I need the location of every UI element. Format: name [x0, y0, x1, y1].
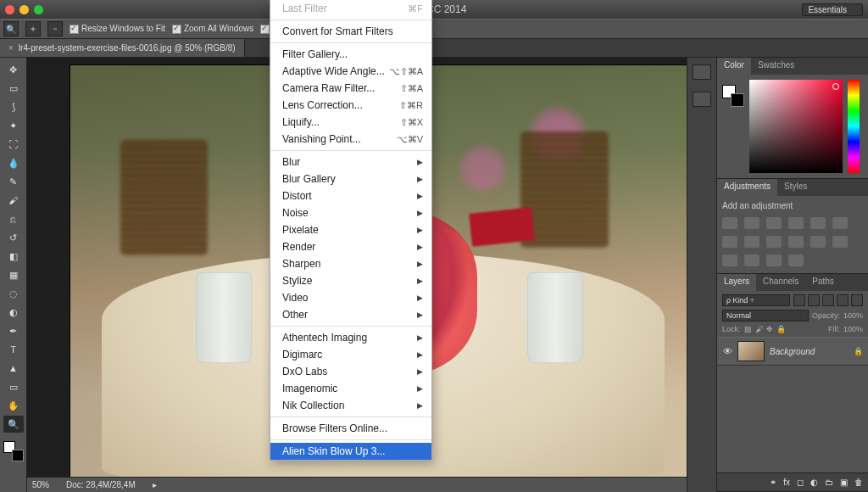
- tab-channels[interactable]: Channels: [756, 274, 805, 291]
- lock-all-icon[interactable]: 🔒: [776, 325, 786, 333]
- brush-tool-icon[interactable]: 🖌: [3, 192, 24, 209]
- zoom-out-icon[interactable]: －: [47, 21, 63, 36]
- gradient-tool-icon[interactable]: ▦: [3, 266, 24, 283]
- menu-dxo-labs[interactable]: DxO Labs▶: [270, 363, 431, 380]
- document-tab[interactable]: × lr4-preset-system-exercise-files-0016.…: [0, 39, 245, 57]
- dodge-tool-icon[interactable]: ◐: [3, 304, 24, 321]
- eyedropper-tool-icon[interactable]: 💧: [3, 154, 24, 171]
- blur-tool-icon[interactable]: ◌: [3, 285, 24, 302]
- bw-icon[interactable]: [744, 236, 760, 248]
- crop-tool-icon[interactable]: ⛶: [3, 136, 24, 153]
- tab-swatches[interactable]: Swatches: [751, 58, 801, 75]
- layer-style-icon[interactable]: fx: [783, 478, 790, 487]
- color-swatch-pair[interactable]: [722, 85, 744, 107]
- channel-mixer-icon[interactable]: [788, 236, 804, 248]
- menu-browse-filters-online[interactable]: Browse Filters Online...: [270, 420, 431, 437]
- tab-color[interactable]: Color: [717, 58, 751, 75]
- link-layers-icon[interactable]: ⚭: [770, 478, 776, 487]
- menu-vanishing-point[interactable]: Vanishing Point...⌥⌘V: [270, 131, 431, 148]
- lock-transparency-icon[interactable]: ▨: [744, 325, 752, 333]
- blend-mode-select[interactable]: Normal: [722, 310, 809, 321]
- zoom-level[interactable]: 50%: [32, 480, 49, 489]
- hand-tool-icon[interactable]: ✋: [3, 397, 24, 414]
- menu-liquify[interactable]: Liquify...⇧⌘X: [270, 114, 431, 131]
- zoom-all-check[interactable]: Zoom All Windows: [172, 24, 253, 34]
- layer-thumbnail[interactable]: [737, 341, 765, 361]
- exposure-icon[interactable]: [788, 217, 804, 229]
- tab-styles[interactable]: Styles: [777, 179, 814, 196]
- type-tool-icon[interactable]: T: [3, 341, 24, 358]
- opacity-value[interactable]: 100%: [843, 311, 863, 320]
- new-group-icon[interactable]: 🗀: [825, 478, 833, 487]
- menu-render[interactable]: Render▶: [270, 238, 431, 255]
- marquee-tool-icon[interactable]: ▭: [3, 80, 24, 97]
- layer-name[interactable]: Background: [770, 347, 815, 356]
- foreground-background-swatch[interactable]: [3, 441, 24, 461]
- lock-pixels-icon[interactable]: 🖌: [755, 325, 763, 333]
- resize-windows-check[interactable]: Resize Windows to Fit: [70, 24, 165, 34]
- menu-nik-collection[interactable]: Nik Collection▶: [270, 397, 431, 414]
- menu-lens-correction[interactable]: Lens Correction...⇧⌘R: [270, 97, 431, 114]
- clone-stamp-tool-icon[interactable]: ⎌: [3, 210, 24, 227]
- minimize-icon[interactable]: [19, 5, 29, 14]
- layer-visibility-icon[interactable]: 👁: [722, 346, 732, 356]
- history-panel-icon[interactable]: [693, 64, 711, 80]
- menu-filter-gallery[interactable]: Filter Gallery...: [270, 46, 431, 63]
- photo-filter-icon[interactable]: [766, 236, 782, 248]
- zoom-in-icon[interactable]: ＋: [25, 21, 41, 36]
- menu-distort[interactable]: Distort▶: [270, 187, 431, 204]
- menu-sharpen[interactable]: Sharpen▶: [270, 255, 431, 272]
- menu-blur[interactable]: Blur▶: [270, 154, 431, 171]
- maximize-icon[interactable]: [34, 5, 43, 14]
- filter-smart-icon[interactable]: [851, 294, 863, 306]
- menu-camera-raw-filter[interactable]: Camera Raw Filter...⇧⌘A: [270, 80, 431, 97]
- filter-pixel-icon[interactable]: [793, 294, 805, 306]
- properties-panel-icon[interactable]: [693, 92, 711, 107]
- levels-icon[interactable]: [744, 217, 760, 229]
- posterize-icon[interactable]: [722, 254, 737, 266]
- filter-adjustment-icon[interactable]: [808, 294, 820, 306]
- history-brush-tool-icon[interactable]: ↺: [3, 229, 24, 246]
- threshold-icon[interactable]: [744, 254, 760, 266]
- status-arrow-icon[interactable]: ▸: [153, 480, 157, 489]
- delete-layer-icon[interactable]: 🗑: [854, 478, 863, 487]
- shape-tool-icon[interactable]: ▭: [3, 378, 24, 395]
- zoom-tool-icon[interactable]: 🔍: [3, 416, 24, 433]
- magic-wand-tool-icon[interactable]: ✦: [3, 117, 24, 134]
- menu-pixelate[interactable]: Pixelate▶: [270, 221, 431, 238]
- new-layer-icon[interactable]: ▣: [840, 478, 848, 487]
- background-color-icon[interactable]: [12, 450, 24, 461]
- layer-mask-icon[interactable]: ◻: [797, 478, 804, 487]
- close-tab-icon[interactable]: ×: [8, 43, 14, 53]
- curves-icon[interactable]: [766, 217, 782, 229]
- menu-imagenomic[interactable]: Imagenomic▶: [270, 380, 431, 397]
- workspace-selector[interactable]: Essentials: [802, 3, 863, 16]
- saturation-brightness-picker[interactable]: [749, 80, 843, 173]
- tab-layers[interactable]: Layers: [717, 274, 756, 291]
- menu-noise[interactable]: Noise▶: [270, 204, 431, 221]
- brightness-contrast-icon[interactable]: [722, 217, 737, 229]
- layer-row[interactable]: 👁 Background 🔒: [717, 337, 868, 366]
- eraser-tool-icon[interactable]: ◧: [3, 248, 24, 265]
- new-fill-layer-icon[interactable]: ◐: [810, 478, 818, 487]
- lasso-tool-icon[interactable]: ⟆: [3, 98, 24, 115]
- close-icon[interactable]: [5, 5, 14, 14]
- filter-type-icon[interactable]: [822, 294, 834, 306]
- filter-shape-icon[interactable]: [837, 294, 849, 306]
- menu-adaptive-wide-angle[interactable]: Adaptive Wide Angle...⌥⇧⌘A: [270, 63, 431, 80]
- vibrance-icon[interactable]: [810, 217, 826, 229]
- path-select-tool-icon[interactable]: ▲: [3, 360, 24, 377]
- menu-alien-skin-blow-up[interactable]: Alien Skin Blow Up 3...: [270, 443, 431, 460]
- fill-value[interactable]: 100%: [843, 325, 863, 333]
- selective-color-icon[interactable]: [788, 254, 804, 266]
- gradient-map-icon[interactable]: [766, 254, 782, 266]
- move-tool-icon[interactable]: ✥: [3, 61, 24, 78]
- color-balance-icon[interactable]: [722, 236, 737, 248]
- menu-stylize[interactable]: Stylize▶: [270, 272, 431, 289]
- hue-slider[interactable]: [848, 80, 860, 173]
- menu-video[interactable]: Video▶: [270, 289, 431, 306]
- menu-athentech[interactable]: Athentech Imaging▶: [270, 329, 431, 346]
- color-lookup-icon[interactable]: [810, 236, 826, 248]
- layer-filter-select[interactable]: ρKind ÷: [722, 294, 790, 306]
- tab-paths[interactable]: Paths: [805, 274, 841, 291]
